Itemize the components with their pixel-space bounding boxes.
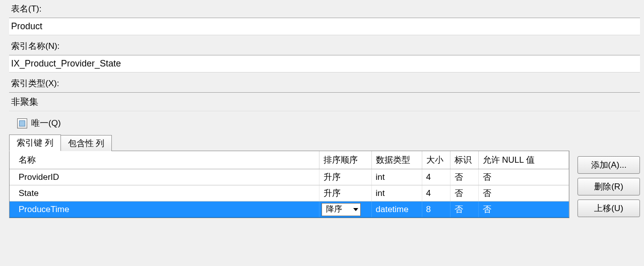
table-row[interactable]: ProduceTime降序datetime8否否	[10, 202, 569, 218]
cell-ident[interactable]: 否	[450, 185, 478, 202]
cell-ident[interactable]: 否	[450, 169, 478, 185]
cell-nullable[interactable]: 否	[478, 202, 569, 218]
cell-size[interactable]: 4	[422, 185, 450, 202]
move-up-button[interactable]: 上移(U)	[577, 200, 640, 217]
sort-order-value: 降序	[326, 204, 342, 215]
cell-size[interactable]: 4	[422, 169, 450, 185]
grid-header-ident[interactable]: 标识	[450, 151, 478, 169]
index-name-label: 索引名称(N):	[0, 39, 644, 55]
tab-included-columns[interactable]: 包含性 列	[60, 135, 112, 151]
grid-header-size[interactable]: 大小	[422, 151, 450, 169]
index-name-field[interactable]: IX_Product_Provider_State	[9, 55, 640, 73]
table-row[interactable]: ProviderID升序int4否否	[10, 169, 569, 185]
table-row[interactable]: State升序int4否否	[10, 185, 569, 202]
cell-dtype[interactable]: int	[371, 185, 422, 202]
index-type-field[interactable]: 非聚集	[9, 92, 640, 111]
table-name-label: 表名(T):	[0, 2, 644, 18]
add-button[interactable]: 添加(A)...	[577, 156, 640, 174]
cell-nullable[interactable]: 否	[478, 169, 569, 185]
grid-header-name[interactable]: 名称	[10, 151, 319, 169]
remove-button[interactable]: 删除(R)	[577, 178, 640, 195]
index-type-label: 索引类型(X):	[0, 77, 644, 92]
cell-sort[interactable]: 降序	[319, 202, 371, 218]
grid-header-nullable[interactable]: 允许 NULL 值	[478, 151, 569, 169]
cell-name[interactable]: State	[10, 185, 319, 202]
checkbox-indeterminate-icon	[19, 120, 25, 126]
unique-checkbox[interactable]	[17, 118, 27, 128]
cell-sort[interactable]: 升序	[319, 185, 371, 202]
tab-index-key-columns[interactable]: 索引键 列	[9, 135, 61, 151]
columns-grid-panel: 名称 排序顺序 数据类型 大小 标识 允许 NULL 值 ProviderID升…	[9, 151, 569, 218]
cell-ident[interactable]: 否	[450, 202, 478, 218]
grid-header-sort[interactable]: 排序顺序	[319, 151, 371, 169]
cell-name[interactable]: ProviderID	[10, 169, 319, 185]
grid-header-dtype[interactable]: 数据类型	[371, 151, 422, 169]
cell-nullable[interactable]: 否	[478, 185, 569, 202]
chevron-down-icon	[353, 208, 358, 211]
index-dialog: 表名(T): Product 索引名称(N): IX_Product_Provi…	[0, 0, 644, 266]
unique-checkbox-label: 唯一(Q)	[31, 117, 61, 129]
tabs: 索引键 列 包含性 列	[9, 134, 569, 151]
grid-header-row: 名称 排序顺序 数据类型 大小 标识 允许 NULL 值	[10, 151, 569, 169]
cell-name[interactable]: ProduceTime	[10, 202, 319, 218]
columns-grid[interactable]: 名称 排序顺序 数据类型 大小 标识 允许 NULL 值 ProviderID升…	[10, 151, 569, 218]
sort-order-select[interactable]: 降序	[321, 203, 361, 216]
side-buttons: 添加(A)... 删除(R) 上移(U)	[577, 134, 640, 217]
unique-checkbox-row: 唯一(Q)	[0, 115, 644, 134]
cell-dtype[interactable]: int	[371, 169, 422, 185]
cell-sort[interactable]: 升序	[319, 169, 371, 185]
table-name-field[interactable]: Product	[9, 18, 640, 35]
cell-dtype[interactable]: datetime	[371, 202, 422, 218]
cell-size[interactable]: 8	[422, 202, 450, 218]
